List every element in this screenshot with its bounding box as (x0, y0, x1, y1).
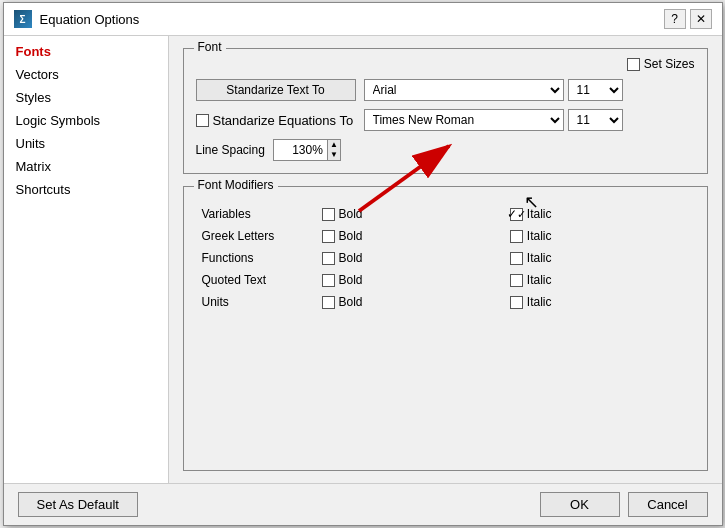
modifier-table: Variables Bold ✓ Italic (196, 203, 695, 313)
greek-italic-group: Italic (510, 229, 689, 243)
text-font-group: Arial 11 (364, 79, 623, 101)
sidebar-item-fonts[interactable]: Fonts (4, 40, 168, 63)
quoted-italic-checkbox[interactable] (510, 274, 523, 287)
title-bar-left: Σ Equation Options (14, 10, 140, 28)
equation-options-dialog: Σ Equation Options ? ✕ Fonts Vectors Sty… (3, 2, 723, 526)
bold-label-4: Bold (339, 295, 363, 309)
units-bold-checkbox[interactable] (322, 296, 335, 309)
line-spacing-spinner: ▲ ▼ (273, 139, 341, 161)
quoted-bold-cell: Bold (316, 269, 504, 291)
font-group-label: Font (194, 40, 226, 54)
units-italic-group: Italic (510, 295, 689, 309)
standarize-eq-checkbox[interactable] (196, 114, 209, 127)
table-row: Functions Bold Italic (196, 247, 695, 269)
italic-label-1: Italic (527, 229, 552, 243)
units-italic-checkbox[interactable] (510, 296, 523, 309)
bold-label-0: Bold (339, 207, 363, 221)
sidebar-item-logic-symbols[interactable]: Logic Symbols (4, 109, 168, 132)
sidebar: Fonts Vectors Styles Logic Symbols Units… (4, 36, 169, 483)
row-name-functions: Functions (196, 247, 316, 269)
line-spacing-label: Line Spacing (196, 143, 265, 157)
sidebar-item-vectors[interactable]: Vectors (4, 63, 168, 86)
dialog-body: Fonts Vectors Styles Logic Symbols Units… (4, 36, 722, 483)
sidebar-item-styles[interactable]: Styles (4, 86, 168, 109)
variables-bold-checkbox[interactable] (322, 208, 335, 221)
sidebar-item-shortcuts[interactable]: Shortcuts (4, 178, 168, 201)
units-italic-cell: Italic (504, 291, 695, 313)
close-button[interactable]: ✕ (690, 9, 712, 29)
table-row: Quoted Text Bold Italic (196, 269, 695, 291)
functions-bold-group: Bold (322, 251, 498, 265)
eq-font-group: Times New Roman 11 (364, 109, 623, 131)
variables-bold-cell: Bold (316, 203, 504, 225)
functions-italic-group: Italic (510, 251, 689, 265)
title-buttons: ? ✕ (664, 9, 712, 29)
title-bar: Σ Equation Options ? ✕ (4, 3, 722, 36)
set-sizes-label[interactable]: Set Sizes (627, 57, 695, 71)
footer-right-buttons: OK Cancel (540, 492, 708, 517)
variables-italic-checkbox[interactable]: ✓ (510, 208, 523, 221)
main-content: ↖ Font Set Sizes Standarize Text To Aria… (169, 36, 722, 483)
font-modifiers-label: Font Modifiers (194, 178, 278, 192)
row-name-units: Units (196, 291, 316, 313)
eq-size-select[interactable]: 11 (568, 109, 623, 131)
variables-bold-group: Bold (322, 207, 498, 221)
table-row: Greek Letters Bold Italic (196, 225, 695, 247)
sidebar-item-matrix[interactable]: Matrix (4, 155, 168, 178)
greek-bold-checkbox[interactable] (322, 230, 335, 243)
dialog-title: Equation Options (40, 12, 140, 27)
table-row: Units Bold Italic (196, 291, 695, 313)
table-row: Variables Bold ✓ Italic (196, 203, 695, 225)
set-sizes-row: Set Sizes (196, 57, 695, 71)
quoted-italic-group: Italic (510, 273, 689, 287)
units-bold-cell: Bold (316, 291, 504, 313)
quoted-bold-checkbox[interactable] (322, 274, 335, 287)
row-name-greek: Greek Letters (196, 225, 316, 247)
bold-label-3: Bold (339, 273, 363, 287)
cancel-button[interactable]: Cancel (628, 492, 708, 517)
variables-italic-group: ✓ Italic (510, 207, 689, 221)
line-spacing-row: Line Spacing ▲ ▼ (196, 139, 695, 161)
functions-italic-checkbox[interactable] (510, 252, 523, 265)
functions-bold-cell: Bold (316, 247, 504, 269)
italic-label-4: Italic (527, 295, 552, 309)
spinner-buttons: ▲ ▼ (328, 139, 341, 161)
font-modifiers-group: Font Modifiers Variables Bold (183, 186, 708, 471)
spin-up-button[interactable]: ▲ (328, 140, 340, 150)
greek-italic-checkbox[interactable] (510, 230, 523, 243)
variables-italic-cell: ✓ Italic (504, 203, 695, 225)
standarize-eq-row: Standarize Equations To Times New Roman … (196, 109, 695, 131)
functions-bold-checkbox[interactable] (322, 252, 335, 265)
standarize-text-row: Standarize Text To Arial 11 (196, 79, 695, 101)
spin-down-button[interactable]: ▼ (328, 150, 340, 160)
bold-label-1: Bold (339, 229, 363, 243)
eq-font-select[interactable]: Times New Roman (364, 109, 564, 131)
app-icon: Σ (14, 10, 32, 28)
units-bold-group: Bold (322, 295, 498, 309)
line-spacing-input[interactable] (273, 139, 328, 161)
greek-bold-group: Bold (322, 229, 498, 243)
set-as-default-button[interactable]: Set As Default (18, 492, 138, 517)
text-size-select[interactable]: 11 (568, 79, 623, 101)
standarize-eq-wrap: Standarize Equations To (196, 113, 356, 128)
set-sizes-checkbox[interactable] (627, 58, 640, 71)
text-font-select[interactable]: Arial (364, 79, 564, 101)
italic-label-2: Italic (527, 251, 552, 265)
dialog-footer: Set As Default OK Cancel (4, 483, 722, 525)
help-button[interactable]: ? (664, 9, 686, 29)
greek-italic-cell: Italic (504, 225, 695, 247)
sidebar-item-units[interactable]: Units (4, 132, 168, 155)
quoted-italic-cell: Italic (504, 269, 695, 291)
italic-label-3: Italic (527, 273, 552, 287)
quoted-bold-group: Bold (322, 273, 498, 287)
row-name-variables: Variables (196, 203, 316, 225)
functions-italic-cell: Italic (504, 247, 695, 269)
font-group: Font Set Sizes Standarize Text To Arial (183, 48, 708, 174)
ok-button[interactable]: OK (540, 492, 620, 517)
bold-label-2: Bold (339, 251, 363, 265)
standarize-eq-label: Standarize Equations To (213, 113, 354, 128)
greek-bold-cell: Bold (316, 225, 504, 247)
row-name-quoted: Quoted Text (196, 269, 316, 291)
italic-label-0: Italic (527, 207, 552, 221)
standarize-text-button[interactable]: Standarize Text To (196, 79, 356, 101)
